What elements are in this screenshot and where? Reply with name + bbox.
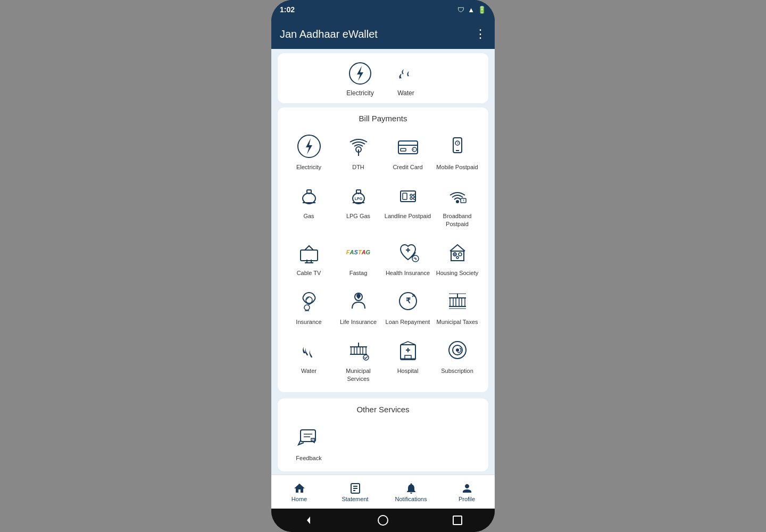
grid-item-water[interactable]: Water — [284, 333, 334, 386]
nav-home[interactable]: Home — [271, 478, 327, 506]
credit-card-label: Credit Card — [393, 163, 422, 171]
svg-point-75 — [456, 348, 459, 352]
grid-item-municipal-services[interactable]: Municipal Services — [334, 333, 383, 386]
svg-rect-16 — [307, 190, 311, 193]
android-recents-btn[interactable] — [449, 512, 465, 528]
battery-icon: 🔋 — [478, 6, 486, 14]
android-home-btn[interactable] — [375, 512, 391, 528]
grid-item-housing-society[interactable]: Housing Society — [432, 235, 482, 280]
svg-point-26 — [410, 194, 412, 196]
grid-item-feedback[interactable]: Feedback — [284, 420, 334, 465]
svg-rect-33 — [301, 250, 318, 261]
grid-item-landline[interactable]: Landline Postpaid — [383, 178, 432, 231]
android-nav — [271, 509, 495, 532]
grid-item-health-insurance[interactable]: Health Insurance — [383, 235, 432, 280]
nav-profile[interactable]: Profile — [439, 478, 495, 506]
housing-society-icon — [444, 238, 471, 266]
svg-point-28 — [410, 197, 412, 200]
grid-item-insurance[interactable]: Insurance — [284, 284, 334, 329]
grid-item-broadband[interactable]: ₹ Broadband Postpaid — [432, 178, 482, 231]
svg-point-48 — [306, 297, 312, 303]
grid-item-fastag[interactable]: F A S T A G Fastag — [334, 235, 383, 280]
android-back-btn[interactable] — [301, 512, 317, 528]
nav-statement[interactable]: Statement — [327, 478, 383, 506]
svg-point-43 — [456, 256, 459, 259]
municipal-taxes-label: Municipal Taxes — [436, 318, 478, 326]
subscription-label: Subscription — [441, 367, 473, 375]
svg-rect-65 — [363, 347, 366, 354]
top-peek-section: Electricity Water — [278, 53, 488, 103]
grid-item-subscription[interactable]: Subscription — [432, 333, 482, 386]
grid-item-life-insurance[interactable]: Life Insurance — [334, 284, 383, 329]
statement-icon — [349, 482, 362, 495]
svg-rect-71 — [405, 355, 411, 360]
svg-rect-58 — [462, 298, 465, 306]
home-icon — [293, 482, 306, 495]
svg-text:₹: ₹ — [456, 142, 458, 145]
grid-item-hospital[interactable]: Hospital — [383, 333, 432, 386]
health-insurance-icon — [394, 238, 422, 266]
more-menu-icon[interactable]: ⋮ — [474, 27, 486, 41]
dth-icon — [345, 132, 372, 160]
peek-electricity-icon — [346, 60, 374, 87]
phone-frame: 1:02 🛡 ▲ 🔋 Jan Aadhaar eWallet ⋮ Electri… — [271, 0, 495, 532]
grid-item-credit-card[interactable]: ₹ Credit Card — [383, 129, 432, 174]
grid-item-dth[interactable]: DTH — [334, 129, 383, 174]
peek-water-icon — [392, 60, 420, 87]
loan-repayment-icon: ₹ — [394, 287, 422, 315]
profile-icon — [461, 482, 473, 495]
svg-text:₹: ₹ — [405, 296, 410, 305]
bill-payments-grid: Electricity DTH — [284, 129, 482, 386]
grid-item-lpg-gas[interactable]: LPG LPG Gas — [334, 178, 383, 231]
electricity-label: Electricity — [296, 163, 321, 171]
grid-item-loan-repayment[interactable]: ₹ Loan Repayment — [383, 284, 432, 329]
status-time: 1:02 — [280, 5, 295, 14]
other-services-card: Other Services Feedba — [278, 398, 488, 471]
fastag-label: Fastag — [349, 269, 368, 277]
grid-item-electricity[interactable]: Electricity — [284, 129, 334, 174]
svg-rect-56 — [450, 298, 453, 306]
housing-society-label: Housing Society — [436, 269, 479, 277]
municipal-services-icon — [345, 336, 372, 364]
shield-icon: 🛡 — [457, 6, 464, 14]
feedback-icon — [295, 423, 323, 451]
status-bar: 1:02 🛡 ▲ 🔋 — [271, 0, 495, 19]
hospital-label: Hospital — [397, 367, 419, 375]
hospital-icon — [394, 336, 422, 364]
notifications-icon — [405, 482, 418, 495]
svg-text:LPG: LPG — [354, 197, 362, 201]
electricity-icon — [295, 132, 323, 160]
dth-label: DTH — [352, 163, 364, 171]
scroll-area: Electricity Water Bill Payments — [271, 49, 495, 475]
lpg-gas-icon: LPG — [345, 181, 372, 209]
broadband-label: Broadband Postpaid — [434, 212, 481, 228]
peek-water-label: Water — [397, 89, 414, 97]
gas-label: Gas — [303, 212, 314, 220]
android-recents-square — [453, 516, 462, 525]
svg-rect-76 — [301, 430, 315, 442]
life-insurance-icon — [345, 287, 372, 315]
svg-rect-20 — [356, 190, 361, 193]
landline-icon — [394, 181, 422, 209]
nav-notifications-label: Notifications — [395, 496, 427, 502]
peek-water[interactable]: Water — [387, 60, 424, 97]
insurance-label: Insurance — [296, 318, 321, 326]
bill-payments-title: Bill Payments — [284, 114, 482, 123]
insurance-icon — [295, 287, 323, 315]
android-home-circle — [378, 515, 388, 526]
svg-point-29 — [413, 197, 415, 200]
svg-marker-3 — [306, 138, 312, 154]
municipal-services-label: Municipal Services — [335, 367, 382, 383]
feedback-label: Feedback — [296, 454, 321, 462]
nav-profile-label: Profile — [459, 496, 475, 502]
nav-notifications[interactable]: Notifications — [383, 478, 439, 506]
svg-point-27 — [413, 194, 415, 196]
svg-rect-63 — [351, 347, 354, 354]
svg-point-30 — [456, 200, 459, 203]
grid-item-municipal-taxes[interactable]: Municipal Taxes — [432, 284, 482, 329]
grid-item-cable-tv[interactable]: Cable TV — [284, 235, 334, 280]
grid-item-gas[interactable]: Gas — [284, 178, 334, 231]
peek-electricity[interactable]: Electricity — [342, 60, 379, 97]
nav-statement-label: Statement — [342, 496, 368, 502]
grid-item-mobile-postpaid[interactable]: ₹ Mobile Postpaid — [432, 129, 482, 174]
